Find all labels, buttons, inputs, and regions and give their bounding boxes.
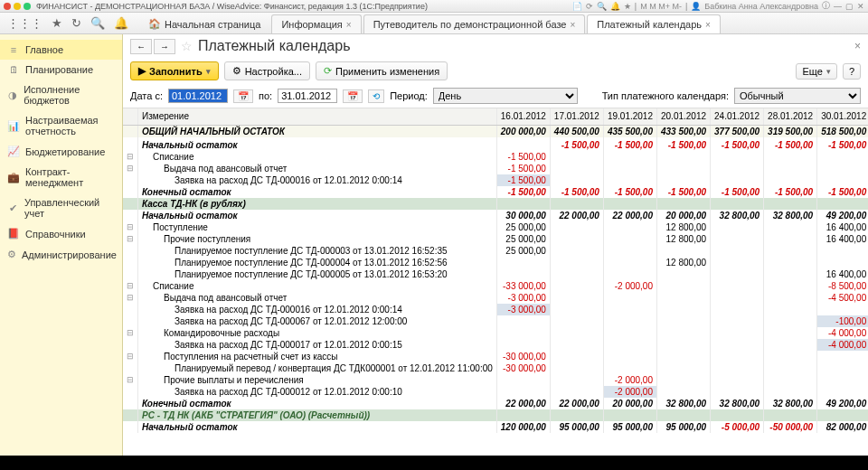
grid-row[interactable]: Планируемый перевод / конвертация ДС ТДК… — [123, 362, 868, 374]
cell[interactable]: 30 000,00 — [496, 210, 550, 221]
cell[interactable] — [603, 268, 656, 280]
cell[interactable]: 20 000,00 — [603, 398, 656, 409]
cell[interactable] — [764, 163, 817, 174]
cell[interactable] — [550, 280, 603, 292]
sys-icon[interactable]: ⟳ — [586, 2, 593, 11]
cell[interactable] — [711, 257, 764, 268]
cell[interactable]: -4 500,00 — [817, 292, 868, 304]
cell[interactable] — [817, 351, 868, 362]
col-date[interactable]: 24.01.2012 — [711, 108, 764, 125]
cell[interactable]: -1 500,00 — [496, 174, 550, 186]
caltype-select[interactable]: Обычный — [734, 88, 861, 104]
cell[interactable]: 435 500,00 — [603, 125, 656, 137]
cell[interactable] — [711, 174, 764, 186]
cell[interactable]: -3 000,00 — [496, 292, 550, 304]
settings-button[interactable]: ⚙Настройка... — [224, 61, 310, 80]
window-max-icon[interactable]: ▢ — [845, 2, 854, 11]
cell[interactable] — [764, 151, 817, 163]
bell-icon[interactable]: 🔔 — [114, 16, 128, 30]
grid-row[interactable]: ⊟Выдача под авансовый отчет-3 000,00-4 5… — [123, 292, 868, 304]
cell[interactable]: -1 500,00 — [764, 139, 817, 151]
cell[interactable] — [603, 245, 656, 257]
cell[interactable] — [656, 151, 710, 163]
grid-row[interactable]: ⊟Поступление25 000,0012 800,0016 400,00 — [123, 221, 868, 233]
cell[interactable] — [764, 292, 817, 304]
cell[interactable] — [603, 257, 656, 268]
cell[interactable]: 16 400,00 — [817, 268, 868, 280]
cell[interactable] — [711, 268, 764, 280]
cell[interactable] — [603, 351, 656, 362]
grid-row[interactable]: Заявка на расход ДС ТД-000067 от 12.01.2… — [123, 315, 868, 327]
cell[interactable] — [711, 315, 764, 327]
cell[interactable]: 319 500,00 — [764, 125, 817, 137]
cell[interactable] — [603, 174, 656, 186]
cell[interactable]: 16 400,00 — [817, 221, 868, 233]
cell[interactable] — [550, 315, 603, 327]
grid-row[interactable]: Конечный остаток-1 500,00-1 500,00-1 500… — [123, 186, 868, 198]
nav-fwd-button[interactable]: → — [154, 39, 175, 54]
cell[interactable] — [603, 151, 656, 163]
cell[interactable] — [550, 268, 603, 280]
cell[interactable]: -1 500,00 — [550, 139, 603, 151]
cell[interactable]: -4 000,00 — [817, 327, 868, 339]
cell[interactable]: 12 800,00 — [656, 221, 710, 233]
grid-row[interactable]: Планируемое поступление ДС ТД-000003 от … — [123, 245, 868, 257]
cell[interactable] — [550, 233, 603, 245]
cell[interactable]: 518 500,00 — [817, 125, 868, 137]
page-close-icon[interactable]: × — [854, 40, 861, 52]
cell[interactable]: 95 000,00 — [656, 421, 710, 433]
cell[interactable] — [711, 362, 764, 374]
grid-row[interactable]: Начальный остаток-1 500,00-1 500,00-1 50… — [123, 139, 868, 151]
tab-payment-calendar[interactable]: Платежный календарь× — [587, 14, 721, 33]
col-dimension[interactable]: Измерение — [138, 108, 497, 125]
cell[interactable] — [550, 257, 603, 268]
cell[interactable]: -50 000,00 — [764, 421, 817, 433]
cell[interactable] — [550, 221, 603, 233]
cell[interactable]: -1 500,00 — [711, 186, 764, 198]
cell[interactable]: -1 500,00 — [764, 186, 817, 198]
grid-row[interactable]: Планируемое поступление ДС ТД-000004 от … — [123, 257, 868, 268]
cell[interactable]: 20 000,00 — [656, 210, 710, 221]
cell[interactable]: -1 500,00 — [817, 139, 868, 151]
cell[interactable] — [817, 362, 868, 374]
cell[interactable] — [711, 280, 764, 292]
cell[interactable]: -100,00 — [817, 315, 868, 327]
sidebar-item-custom-reports[interactable]: 📊Настраиваемая отчетность — [0, 110, 122, 141]
cell[interactable] — [764, 351, 817, 362]
date-from-input[interactable] — [168, 89, 228, 103]
sys-icon[interactable]: 📄 — [572, 2, 582, 11]
cell[interactable] — [656, 174, 710, 186]
sidebar-item-main[interactable]: ≡Главное — [0, 40, 122, 60]
sidebar-item-contracts[interactable]: 💼Контракт-менеджмент — [0, 162, 122, 193]
cell[interactable] — [656, 386, 710, 398]
cell[interactable]: 32 800,00 — [711, 398, 764, 409]
date-to-input[interactable] — [278, 89, 337, 103]
cell[interactable] — [496, 268, 550, 280]
cell[interactable]: -2 000,00 — [603, 386, 656, 398]
close-icon[interactable]: × — [570, 20, 575, 30]
cell[interactable]: -2 000,00 — [603, 374, 656, 386]
cell[interactable]: 32 800,00 — [764, 210, 817, 221]
cell[interactable]: 22 000,00 — [496, 398, 550, 409]
cell[interactable] — [496, 139, 550, 151]
cell[interactable] — [603, 163, 656, 174]
close-icon[interactable]: × — [705, 20, 711, 30]
cell[interactable] — [711, 327, 764, 339]
grid-row[interactable]: Начальный остаток120 000,0095 000,0095 0… — [123, 421, 868, 433]
apply-changes-button[interactable]: ⟳Применить изменения — [316, 61, 448, 80]
sidebar-item-budgeting[interactable]: 📈Бюджетирование — [0, 141, 122, 162]
cell[interactable] — [496, 409, 550, 421]
cell[interactable] — [496, 374, 550, 386]
cell[interactable] — [711, 339, 764, 351]
cell[interactable] — [817, 409, 868, 421]
cell[interactable] — [656, 374, 710, 386]
fill-button[interactable]: ▶Заполнить▾ — [130, 61, 219, 80]
close-icon[interactable]: × — [346, 20, 352, 30]
grid-row[interactable]: Заявка на расход ДС ТД-000016 от 12.01.2… — [123, 304, 868, 315]
col-date[interactable]: 20.01.2012 — [656, 108, 710, 125]
cell[interactable]: 25 000,00 — [496, 233, 550, 245]
cell[interactable]: -30 000,00 — [496, 351, 550, 362]
window-min-icon[interactable]: — — [834, 2, 842, 11]
cell[interactable] — [764, 315, 817, 327]
grid-row[interactable]: Заявка на расход ДС ТД-000017 от 12.01.2… — [123, 339, 868, 351]
